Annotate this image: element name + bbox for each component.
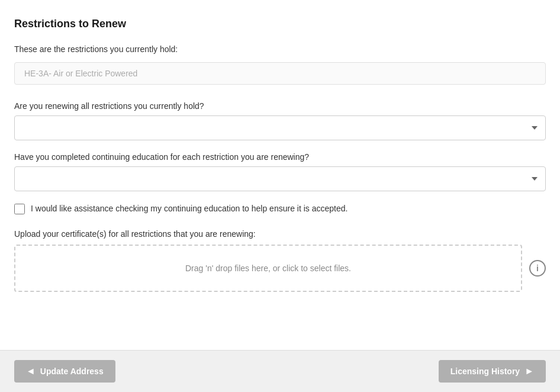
restriction-item: HE-3A- Air or Electric Powered [14, 62, 546, 85]
info-icon[interactable]: i [529, 260, 546, 277]
assistance-checkbox-label: I would like assistance checking my cont… [31, 203, 347, 215]
next-arrow-icon: ► [524, 366, 534, 377]
continuing-ed-form-group: Have you completed continuing education … [14, 152, 546, 191]
back-button-label: Update Address [40, 367, 104, 376]
continuing-ed-select[interactable]: Yes No [14, 166, 546, 191]
next-button[interactable]: Licensing History ► [439, 360, 546, 383]
renewing-form-group: Are you renewing all restrictions you cu… [14, 101, 546, 140]
renewing-select[interactable]: Yes No [14, 115, 546, 140]
continuing-ed-select-wrapper: Yes No [14, 166, 546, 191]
assistance-checkbox-row: I would like assistance checking my cont… [14, 203, 546, 215]
back-arrow-icon: ◄ [26, 366, 36, 377]
upload-section-label: Upload your certificate(s) for all restr… [14, 229, 546, 239]
upload-area-wrapper: Drag 'n' drop files here, or click to se… [14, 245, 546, 292]
renewing-label: Are you renewing all restrictions you cu… [14, 101, 546, 111]
upload-dropzone-text: Drag 'n' drop files here, or click to se… [185, 264, 351, 273]
upload-dropzone[interactable]: Drag 'n' drop files here, or click to se… [14, 245, 522, 292]
continuing-ed-label: Have you completed continuing education … [14, 152, 546, 162]
description-text: These are the restrictions you currently… [14, 44, 546, 54]
renewing-select-wrapper: Yes No [14, 115, 546, 140]
main-content: Restrictions to Renew These are the rest… [0, 0, 560, 350]
assistance-checkbox[interactable] [14, 204, 25, 214]
next-button-label: Licensing History [450, 367, 520, 376]
footer-nav: ◄ Update Address Licensing History ► [0, 350, 560, 392]
page-title: Restrictions to Renew [14, 18, 546, 30]
back-button[interactable]: ◄ Update Address [14, 360, 115, 383]
